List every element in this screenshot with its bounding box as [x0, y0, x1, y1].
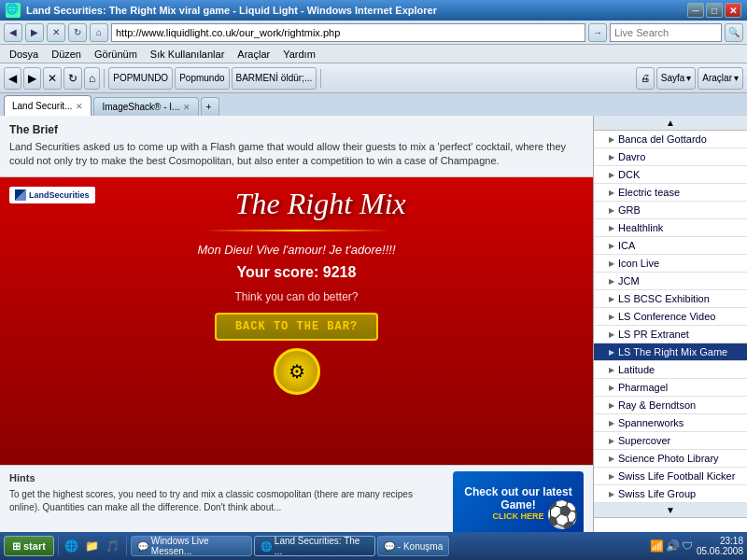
logo-square [15, 189, 26, 201]
menu-duzen[interactable]: Düzen [46, 47, 87, 62]
sidebar-item-ray[interactable]: ▶ Ray & Berndtson [594, 397, 747, 414]
sidebar-scroll-up[interactable]: ▲ [594, 116, 747, 131]
menu-araclar[interactable]: Araçlar [232, 47, 275, 62]
windows-icon: ⊞ [12, 540, 21, 553]
app-icon: 🌐 [6, 3, 21, 18]
sidebar-item-swiss-football[interactable]: ▶ Swiss Life Football Kicker [594, 468, 747, 485]
sidebar-item-ls-pr[interactable]: ▶ LS PR Extranet [594, 326, 747, 343]
popmundo-btn1[interactable]: POPMUNDO [108, 67, 173, 90]
content-area: The Brief Land Securities asked us to co… [0, 116, 593, 539]
go-button[interactable]: → [588, 23, 607, 42]
promo-banner[interactable]: Check out our latest Game! CLICK HERE ⚽ [453, 471, 584, 535]
taskbar-konusma[interactable]: 💬 - Konuşma [377, 536, 449, 556]
menu-yardim[interactable]: Yardım [277, 47, 321, 62]
sidebar: ▲ ▶ Banca del Gottardo ▶ Davro ▶ DCK ▶ E… [593, 116, 747, 539]
refresh-toolbar-btn[interactable]: ↻ [63, 67, 82, 90]
window-controls[interactable]: ─ □ ✕ [687, 3, 741, 18]
taskbar-ie[interactable]: 🌐 Land Securities: The ... [254, 536, 375, 556]
tab-new[interactable]: + [201, 97, 219, 116]
tab-imageshack-close[interactable]: ✕ [183, 103, 190, 112]
tab-imageshack[interactable]: ImageShack® - I... ✕ [93, 97, 199, 116]
toolbar-sep2 [320, 69, 321, 88]
sidebar-item-pharmagel[interactable]: ▶ Pharmagel [594, 379, 747, 397]
folder-quick-icon[interactable]: 📁 [83, 537, 102, 555]
sidebar-item-electric[interactable]: ▶ Electric tease [594, 184, 747, 202]
barmeni-btn[interactable]: BARMENİ öldür;... [232, 67, 317, 90]
home-button[interactable]: ⌂ [90, 23, 108, 42]
tab-land-securities[interactable]: Land Securit... ✕ [4, 95, 92, 116]
sidebar-item-ica[interactable]: ▶ ICA [594, 237, 747, 255]
tray-clock[interactable]: 23:18 05.06.2008 [697, 536, 743, 556]
home-toolbar-btn[interactable]: ⌂ [84, 67, 100, 90]
menu-dosya[interactable]: Dosya [4, 47, 44, 62]
game-divider [204, 230, 390, 231]
sidebar-item-ls-conf[interactable]: ▶ LS Conference Video [594, 308, 747, 326]
taskbar-messenger[interactable]: 💬 Windows Live Messen... [131, 536, 252, 556]
tab-bar: Land Securit... ✕ ImageShack® - I... ✕ + [0, 93, 747, 116]
search-button[interactable]: 🔍 [725, 23, 743, 42]
sidebar-scroll-down[interactable]: ▼ [594, 503, 747, 518]
land-securities-logo: LandSecurities [9, 187, 95, 203]
url-input[interactable] [111, 23, 585, 42]
stop-button[interactable]: ✕ [47, 23, 65, 42]
ie-quick-icon[interactable]: 🌐 [63, 537, 81, 555]
taskbar-quick-launch: 🌐 📁 🎵 [63, 537, 122, 555]
search-input[interactable] [610, 23, 722, 42]
close-button[interactable]: ✕ [725, 3, 741, 18]
window-title: Land Securities: The Right Mix viral gam… [26, 5, 687, 16]
sidebar-item-latitude[interactable]: ▶ Latitude [594, 361, 747, 379]
game-header: LandSecurities The Right Mix [9, 187, 584, 221]
network-tray-icon[interactable]: 📶 [650, 539, 664, 553]
start-button[interactable]: ⊞ start [4, 536, 54, 556]
sidebar-item-ls-right-mix[interactable]: ▶ LS The Right Mix Game [594, 343, 747, 361]
game-area: LandSecurities The Right Mix Mon Dieu! V… [0, 177, 593, 465]
sidebar-item-davro[interactable]: ▶ Davro [594, 148, 747, 166]
hints-body: To get the highest scores, you need to t… [9, 488, 445, 514]
antivirus-tray-icon[interactable]: 🛡 [682, 539, 693, 553]
volume-tray-icon[interactable]: 🔊 [666, 539, 680, 553]
page-btn[interactable]: Sayfa ▾ [656, 67, 697, 90]
main-area: The Brief Land Securities asked us to co… [0, 116, 747, 539]
address-bar: ◀ ▶ ✕ ↻ ⌂ → 🔍 [0, 21, 747, 45]
game-message: Mon Dieu! Vive l'amour! Je t'adore!!!! [197, 243, 395, 257]
back-toolbar-btn[interactable]: ◀ [4, 67, 21, 90]
back-button[interactable]: ◀ [4, 23, 22, 42]
menu-sik-kullanilan[interactable]: Sık Kullanılanlar [145, 47, 231, 62]
popmundo-btn2[interactable]: Popmundo [175, 67, 229, 90]
game-title: The Right Mix [235, 187, 444, 221]
forward-button[interactable]: ▶ [25, 23, 44, 42]
tray-icons: 📶 🔊 🛡 [650, 539, 693, 553]
game-emblem: ⚙ [274, 348, 320, 395]
minimize-button[interactable]: ─ [687, 3, 704, 18]
sidebar-item-grb[interactable]: ▶ GRB [594, 202, 747, 219]
game-score: Your score: 9218 [237, 264, 357, 281]
sidebar-item-dck[interactable]: ▶ DCK [594, 166, 747, 184]
sidebar-item-ls-bcsc[interactable]: ▶ LS BCSC Exhibition [594, 290, 747, 308]
game-think: Think you can do better? [234, 290, 358, 303]
sidebar-item-icon-live[interactable]: ▶ Icon Live [594, 255, 747, 273]
refresh-button[interactable]: ↻ [68, 23, 87, 42]
logo-text: LandSecurities [29, 190, 90, 200]
brief-text: Land Securities asked us to come up with… [9, 140, 584, 169]
taskbar-tray: 📶 🔊 🛡 23:18 05.06.2008 [650, 536, 743, 556]
sidebar-item-healthlink[interactable]: ▶ Healthlink [594, 219, 747, 237]
menu-bar: Dosya Düzen Görünüm Sık Kullanılanlar Ar… [0, 45, 747, 63]
forward-toolbar-btn[interactable]: ▶ [23, 67, 41, 90]
tab-land-securities-close[interactable]: ✕ [76, 102, 83, 111]
stop-toolbar-btn[interactable]: ✕ [43, 67, 62, 90]
sidebar-item-supercover[interactable]: ▶ Supercover [594, 432, 747, 450]
sidebar-item-jcm[interactable]: ▶ JCM [594, 273, 747, 290]
menu-gorunum[interactable]: Görünüm [89, 47, 143, 62]
sidebar-item-science-photo[interactable]: ▶ Science Photo Library [594, 450, 747, 468]
sidebar-item-banca[interactable]: ▶ Banca del Gottardo [594, 131, 747, 148]
print-btn[interactable]: 🖨 [636, 67, 655, 90]
taskbar-sep [58, 537, 59, 555]
tray-date-value: 05.06.2008 [697, 546, 743, 556]
sidebar-item-spannerworks[interactable]: ▶ Spannerworks [594, 414, 747, 432]
sidebar-item-swiss-group[interactable]: ▶ Swiss Life Group [594, 485, 747, 503]
media-quick-icon[interactable]: 🎵 [104, 537, 122, 555]
banner-main-text: Check out our latest Game! [453, 485, 584, 511]
back-to-bar-button[interactable]: Back To The Bar? [215, 313, 378, 341]
tools-btn[interactable]: Araçlar ▾ [698, 67, 743, 90]
maximize-button[interactable]: □ [706, 3, 723, 18]
